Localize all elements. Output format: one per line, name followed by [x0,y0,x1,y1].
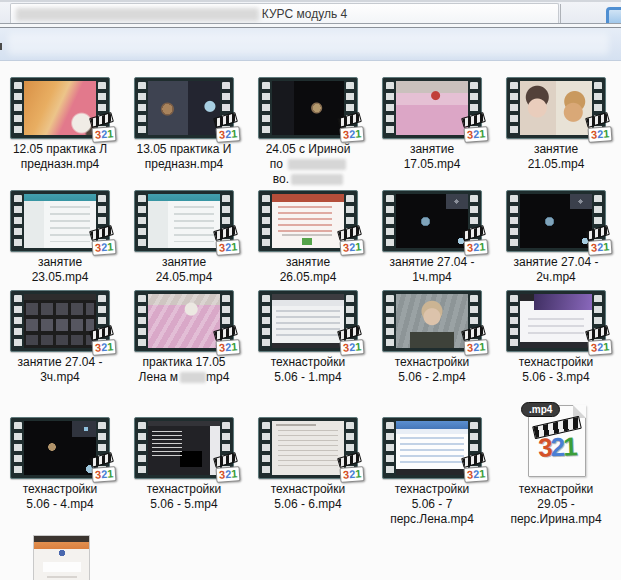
file-item[interactable]: 321 технастройки5.06 - 2.mp4 [372,290,492,385]
video-thumbnail-filmstrip: 321 [10,190,110,252]
file-name-text: 23.05.mp4 [32,270,89,284]
video-thumbnail-filmstrip: 321 [506,290,606,352]
digit: 1 [478,467,485,479]
digit: 1 [602,240,609,252]
file-name-text: 13.05 практика И [137,142,232,156]
file-item[interactable]: 321 технастройки5.06 - 4.mp4 [0,417,120,512]
mp4-extension-pill: .mp4 [521,402,560,417]
file-item[interactable]: 321 24.05 с Иринойпо во. [248,77,368,187]
file-name-text: перс.Ирина.mp4 [510,512,601,526]
badge-digits: 321 [339,339,364,356]
file-name: занятие21.05.mp4 [528,142,585,172]
file-item[interactable]: .mp4 321 технастройки29.05 -перс.Ирина.m… [496,417,616,527]
video-thumbnail-filmstrip: 321 [506,190,606,252]
badge-digits: 321 [463,239,488,256]
file-name: занятие 27.04 -3ч.mp4 [18,355,103,385]
file-name-text: занятие [534,142,578,156]
video-thumbnail-filmstrip: 321 [10,77,110,139]
file-name: занятие 27.04 -1ч.mp4 [390,255,475,285]
file-item[interactable]: 321 практика 17.05Лена мmp4 [124,290,244,385]
mpc-321-badge-icon: 321 [456,228,488,255]
video-thumbnail-filmstrip: 321 [382,290,482,352]
digit: 1 [106,340,113,352]
badge-digits: 321 [463,466,488,483]
file-item[interactable]: 321 занятие 27.04 -1ч.mp4 [372,190,492,285]
badge-digits: 321 [587,126,612,143]
file-name: технастройки5.06 - 4.mp4 [23,482,98,512]
mpc-321-badge-icon: 321 [456,455,488,482]
digit: 1 [106,240,113,252]
digit: 1 [602,340,609,352]
video-thumbnail-filmstrip: 321 [258,77,358,139]
file-name-text: технастройки [519,482,594,496]
file-name-text: технастройки [147,482,222,496]
mpc-321-badge-icon: 321 [456,115,488,142]
mpc-321-badge-icon: 321 [332,328,364,355]
digit: 1 [478,340,485,352]
file-name: занятие26.05.mp4 [280,255,337,285]
file-item[interactable]: 321 занятие24.05.mp4 [124,190,244,285]
file-name-text: занятие [410,142,454,156]
video-thumbnail-filmstrip: 321 [382,77,482,139]
file-item[interactable]: 321 занятие 27.04 -2ч.mp4 [496,190,616,285]
file-item[interactable]: 321 технастройки5.06 - 6.mp4 [248,417,368,512]
file-name-text: технастройки [395,355,470,369]
file-name: технастройки5.06 - 2.mp4 [395,355,470,385]
file-item[interactable]: 321 технастройки5.06 - 3.mp4 [496,290,616,385]
mpc-321-badge-icon: 321 [580,328,612,355]
blur-redaction [180,372,206,383]
file-item[interactable]: 321 технастройки5.06 - 1.mp4 [248,290,368,385]
file-name-text: 5.06 - 7 [412,497,453,511]
file-item[interactable]: 321 занятие21.05.mp4 [496,77,616,172]
badge-digits: 321 [91,239,116,256]
file-name: технастройки29.05 -перс.Ирина.mp4 [510,482,601,527]
file-name-text: занятие 27.04 - [390,255,475,269]
file-item[interactable]: 321 занятие17.05.mp4 [372,77,492,172]
file-item[interactable]: 321 занятие 27.04 -3ч.mp4 [0,290,120,385]
file-item[interactable]: 321 13.05 практика Ипредназн.mp4 [124,77,244,172]
digit: 1 [354,467,361,479]
file-name: 24.05 с Иринойпо во. [266,142,351,187]
file-name-text: 5.06 - 3.mp4 [522,370,589,384]
badge-digits: 321 [463,126,488,143]
file-item[interactable]: 321 занятие26.05.mp4 [248,190,368,285]
digit: 1 [354,127,361,139]
mpc-321-badge-icon: 321 [208,115,240,142]
video-thumbnail-filmstrip: 321 [134,77,234,139]
file-name: занятие24.05.mp4 [156,255,213,285]
video-thumbnail-filmstrip: 321 [134,417,234,479]
file-name-text: занятие [38,255,82,269]
mpc-321-badge-icon: 321 [580,115,612,142]
mpc-321-badge-icon: 321 [456,328,488,355]
file-name: 12.05 практика Лпредназн.mp4 [13,142,107,172]
digit: 1 [230,240,237,252]
file-name: занятие 27.04 -2ч.mp4 [514,255,599,285]
file-name-text: технастройки [271,355,346,369]
file-item[interactable]: 321 12.05 практика Лпредназн.mp4 [0,77,120,172]
file-item[interactable]: 321 технастройки5.06 - 7перс.Лена.mp4 [372,417,492,527]
file-name-text: практика 17.05 [143,355,226,369]
file-page-icon: .mp4 321 [528,405,586,477]
badge-digits: 321 [91,466,116,483]
mpc-321-badge-icon: 321 [84,455,116,482]
video-thumbnail-filmstrip: 321 [258,290,358,352]
mpc-321-badge-icon: 321 [84,328,116,355]
file-name-text: 29.05 - [537,497,574,511]
file-item[interactable]: 321 технастройки5.06 - 5.mp4 [124,417,244,512]
file-name: занятие17.05.mp4 [404,142,461,172]
badge-digits: 321 [91,126,116,143]
badge-digits: 321 [339,126,364,143]
file-name-text: технастройки [395,482,470,496]
file-name: занятие23.05.mp4 [32,255,89,285]
file-name-text: занятие 27.04 - [18,355,103,369]
file-name: технастройки5.06 - 7перс.Лена.mp4 [390,482,474,527]
digit: 1 [354,340,361,352]
file-name-text: 5.06 - 2.mp4 [398,370,465,384]
file-name-text: во. [273,172,289,186]
digit: 3 [538,432,552,462]
digit: 1 [354,240,361,252]
video-thumbnail-filmstrip: 321 [10,417,110,479]
file-name-text: технастройки [519,355,594,369]
file-item-partial[interactable] [33,535,90,580]
file-item[interactable]: 321 занятие23.05.mp4 [0,190,120,285]
